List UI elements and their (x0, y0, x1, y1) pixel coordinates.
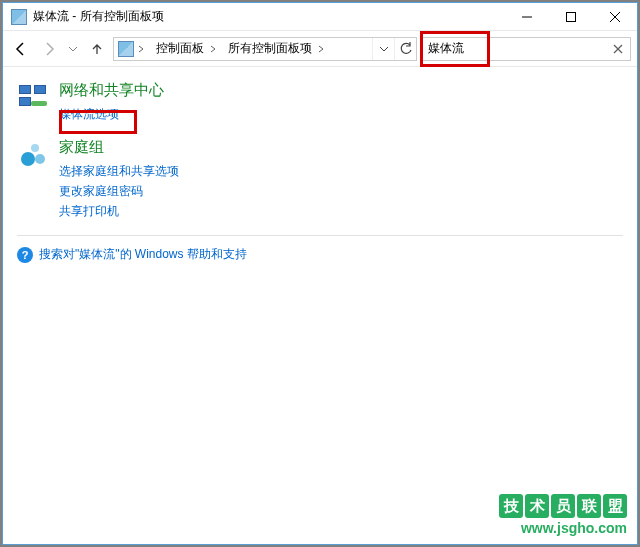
link-homegroup-password[interactable]: 更改家庭组密码 (59, 181, 179, 201)
window-frame: 媒体流 - 所有控制面板项 (2, 2, 638, 545)
category-title[interactable]: 网络和共享中心 (59, 81, 164, 100)
clear-search-icon[interactable] (610, 41, 626, 57)
category-homegroup: 家庭组 选择家庭组和共享选项 更改家庭组密码 共享打印机 (17, 138, 623, 221)
watermark-url: www.jsgho.com (499, 520, 627, 536)
up-button[interactable] (85, 37, 109, 61)
window-controls (505, 3, 637, 30)
link-media-stream-options[interactable]: 媒体流选项 (59, 104, 164, 124)
svg-rect-1 (567, 12, 576, 21)
watermark-char: 盟 (603, 494, 627, 518)
chevron-right-icon[interactable] (134, 38, 148, 60)
watermark-char: 员 (551, 494, 575, 518)
watermark-char: 技 (499, 494, 523, 518)
history-dropdown[interactable] (65, 37, 81, 61)
watermark-char: 联 (577, 494, 601, 518)
homegroup-icon (17, 140, 49, 172)
maximize-button[interactable] (549, 3, 593, 30)
navigation-row: 控制面板 所有控制面板项 (3, 31, 637, 67)
app-icon (11, 9, 27, 25)
back-button[interactable] (9, 37, 33, 61)
window-title: 媒体流 - 所有控制面板项 (33, 8, 164, 25)
forward-button[interactable] (37, 37, 61, 61)
category-network: 网络和共享中心 媒体流选项 (17, 81, 623, 124)
breadcrumb-item[interactable]: 控制面板 (148, 40, 206, 57)
chevron-right-icon[interactable] (314, 38, 328, 60)
help-row: ? 搜索对"媒体流"的 Windows 帮助和支持 (17, 246, 623, 263)
breadcrumb-item[interactable]: 所有控制面板项 (220, 40, 314, 57)
watermark-char: 术 (525, 494, 549, 518)
minimize-button[interactable] (505, 3, 549, 30)
search-input[interactable] (422, 42, 630, 56)
link-homegroup-share[interactable]: 选择家庭组和共享选项 (59, 161, 179, 181)
link-share-printer[interactable]: 共享打印机 (59, 201, 179, 221)
help-icon: ? (17, 247, 33, 263)
divider (17, 235, 623, 236)
chevron-right-icon[interactable] (206, 38, 220, 60)
close-button[interactable] (593, 3, 637, 30)
search-box[interactable] (421, 37, 631, 61)
control-panel-icon (118, 41, 134, 57)
address-dropdown[interactable] (372, 38, 394, 60)
title-bar: 媒体流 - 所有控制面板项 (3, 3, 637, 31)
refresh-button[interactable] (394, 38, 416, 60)
category-title[interactable]: 家庭组 (59, 138, 179, 157)
network-icon (17, 83, 49, 115)
help-link[interactable]: 搜索对"媒体流"的 Windows 帮助和支持 (39, 246, 247, 263)
address-bar[interactable]: 控制面板 所有控制面板项 (113, 37, 417, 61)
content-area: 网络和共享中心 媒体流选项 家庭组 选择家庭组和共享选项 更改家庭组密码 共享打… (3, 67, 637, 273)
watermark: 技 术 员 联 盟 www.jsgho.com (499, 494, 627, 536)
